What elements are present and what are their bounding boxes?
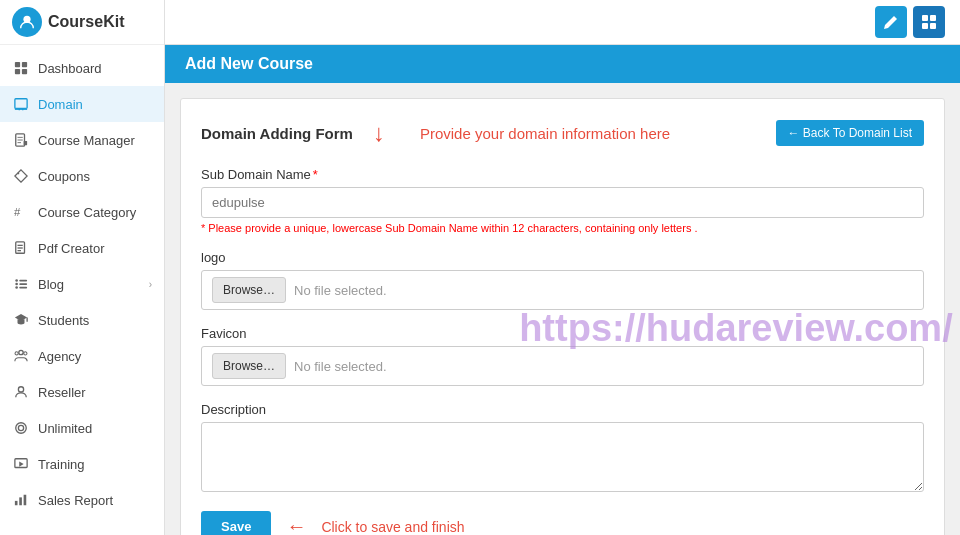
pdf-creator-icon [12, 239, 30, 257]
sidebar-label-course-category: Course Category [38, 205, 152, 220]
form-header-row: Domain Adding Form ↓ Provide your domain… [201, 119, 924, 147]
page-title: Add New Course [185, 55, 313, 72]
sidebar: CourseKit Dashboard Domain [0, 0, 165, 535]
page-header: Add New Course [165, 45, 960, 83]
grid-button[interactable] [913, 6, 945, 38]
svg-rect-35 [19, 497, 22, 505]
svg-point-22 [15, 286, 18, 289]
save-button[interactable]: Save [201, 511, 271, 535]
svg-point-27 [19, 350, 23, 354]
save-annotation-text: Click to save and finish [321, 519, 464, 535]
sidebar-item-dashboard[interactable]: Dashboard [0, 50, 164, 86]
sidebar-item-course-manager[interactable]: Course Manager [0, 122, 164, 158]
sub-domain-label: Sub Domain Name* [201, 167, 924, 182]
sidebar-item-domain[interactable]: Domain [0, 86, 164, 122]
logo-group: logo Browse… No file selected. [201, 250, 924, 310]
sidebar-item-coupons[interactable]: Coupons [0, 158, 164, 194]
logo-label: logo [201, 250, 924, 265]
svg-rect-13 [24, 141, 28, 145]
edit-button[interactable] [875, 6, 907, 38]
svg-point-21 [15, 283, 18, 286]
svg-marker-33 [19, 461, 23, 466]
topbar [165, 0, 960, 45]
svg-rect-1 [15, 62, 20, 67]
content-area: Add New Course https://hudareview.com/ D… [165, 45, 960, 535]
agency-icon [12, 347, 30, 365]
sidebar-item-course-category[interactable]: # Course Category [0, 194, 164, 230]
app-logo[interactable]: CourseKit [0, 0, 164, 45]
annotation-arrow-icon: ↓ [373, 119, 385, 147]
svg-rect-4 [22, 69, 27, 74]
favicon-browse-button[interactable]: Browse… [212, 353, 286, 379]
sidebar-label-course-manager: Course Manager [38, 133, 152, 148]
favicon-group: Favicon Browse… No file selected. [201, 326, 924, 386]
svg-point-20 [15, 279, 18, 282]
sidebar-item-reseller[interactable]: Reseller [0, 374, 164, 410]
svg-rect-40 [930, 23, 936, 29]
blog-icon [12, 275, 30, 293]
sidebar-label-domain: Domain [38, 97, 152, 112]
sub-domain-help-text: * Please provide a unique, lowercase Sub… [201, 222, 924, 234]
sidebar-item-training[interactable]: Training [0, 446, 164, 482]
svg-point-31 [16, 423, 27, 434]
svg-point-30 [18, 387, 23, 392]
svg-rect-5 [15, 99, 27, 109]
sidebar-item-sales-report[interactable]: Sales Report [0, 482, 164, 518]
svg-rect-39 [922, 23, 928, 29]
course-category-icon: # [12, 203, 30, 221]
annotation-area: ↓ Provide your domain information here [373, 119, 776, 147]
logo-icon [12, 7, 42, 37]
sales-report-icon [12, 491, 30, 509]
svg-point-28 [15, 352, 18, 355]
logo-no-file-text: No file selected. [294, 283, 387, 298]
sidebar-nav: Dashboard Domain [0, 45, 164, 535]
sidebar-label-sales-report: Sales Report [38, 493, 152, 508]
sub-domain-group: Sub Domain Name* * Please provide a uniq… [201, 167, 924, 234]
sidebar-item-pdf-creator[interactable]: Pdf Creator [0, 230, 164, 266]
students-icon [12, 311, 30, 329]
blog-chevron-icon: › [149, 279, 152, 290]
sidebar-label-unlimited: Unlimited [38, 421, 152, 436]
save-row: Save ← Click to save and finish [201, 511, 924, 535]
form-container: https://hudareview.com/ Domain Adding Fo… [180, 98, 945, 535]
sidebar-item-students[interactable]: Students [0, 302, 164, 338]
favicon-label: Favicon [201, 326, 924, 341]
form-title: Domain Adding Form [201, 125, 353, 142]
svg-rect-36 [24, 495, 27, 506]
sidebar-label-coupons: Coupons [38, 169, 152, 184]
svg-rect-37 [922, 15, 928, 21]
required-star: * [313, 167, 318, 182]
coupons-icon [12, 167, 30, 185]
description-label: Description [201, 402, 924, 417]
back-to-domain-list-button[interactable]: ← Back To Domain List [776, 120, 925, 146]
sidebar-label-agency: Agency [38, 349, 152, 364]
sub-domain-input[interactable] [201, 187, 924, 218]
domain-icon [12, 95, 30, 113]
svg-rect-2 [22, 62, 27, 67]
svg-rect-25 [19, 287, 27, 289]
logo-browse-button[interactable]: Browse… [212, 277, 286, 303]
svg-rect-34 [15, 501, 18, 505]
sidebar-item-blog[interactable]: Blog › [0, 266, 164, 302]
sidebar-label-reseller: Reseller [38, 385, 152, 400]
sidebar-item-agency[interactable]: Agency [0, 338, 164, 374]
description-group: Description [201, 402, 924, 495]
course-manager-icon [12, 131, 30, 149]
logo-file-area: Browse… No file selected. [201, 270, 924, 310]
svg-rect-38 [930, 15, 936, 21]
sidebar-label-students: Students [38, 313, 152, 328]
svg-rect-23 [19, 280, 27, 282]
svg-rect-3 [15, 69, 20, 74]
svg-point-29 [24, 352, 27, 355]
sidebar-label-pdf-creator: Pdf Creator [38, 241, 152, 256]
training-icon [12, 455, 30, 473]
description-textarea[interactable] [201, 422, 924, 492]
favicon-no-file-text: No file selected. [294, 359, 387, 374]
favicon-file-area: Browse… No file selected. [201, 346, 924, 386]
annotation-header-text: Provide your domain information here [420, 125, 670, 142]
sidebar-label-blog: Blog [38, 277, 149, 292]
svg-text:#: # [14, 206, 21, 218]
sidebar-item-unlimited[interactable]: Unlimited [0, 410, 164, 446]
app-name: CourseKit [48, 13, 124, 31]
reseller-icon [12, 383, 30, 401]
